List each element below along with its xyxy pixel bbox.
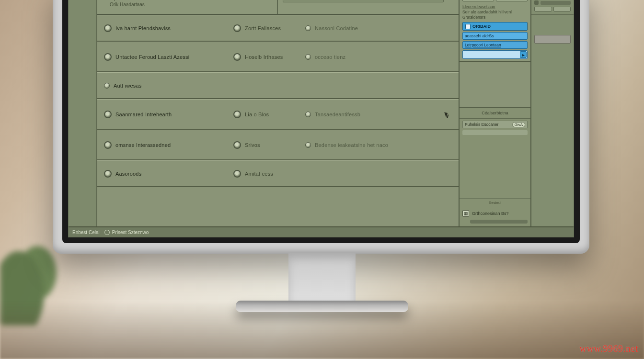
option-row[interactable]: Untactee Feroud Laszti Azessi Hoselb Irt… [97,42,459,72]
sidebar-desc-3: Gratsidensrs [462,15,528,20]
app-screen: Spiezeem Roodeeteachtriasen Orik Haadart… [68,0,574,237]
monitor-neck [288,253,356,305]
radio-icon[interactable] [104,111,112,118]
rail-pair [534,7,571,11]
rail-row-2[interactable] [534,0,571,5]
option-row[interactable]: Autt iwesas [97,72,459,99]
header-mid: PENOP CODE GERNARNEWERKS [278,0,459,14]
monitor-frame: Spiezeem Roodeeteachtriasen Orik Haadart… [53,0,589,254]
taskbar-item-label: Prisest Szteznwo [112,230,149,235]
sidebar-description: Ideoerrdeasetiaan Seir ale aarcladahit h… [462,4,528,20]
sidebar-gap [460,62,530,108]
sidebar-tiny-label: Sesieul [460,198,530,206]
rail-top: B [531,0,574,15]
globe-icon [104,230,110,235]
radio-icon[interactable] [104,141,112,149]
row-label-1: omsnse Interassedned [115,142,171,148]
sidebar-footer-bar [470,220,528,224]
rail-bar [540,1,571,5]
radio-icon[interactable] [305,112,311,117]
taskbar-left-label: Enbest Celal [72,230,100,235]
search-go-icon[interactable]: ▸ [520,51,527,58]
row-label-2: Srivos [245,142,260,148]
header-info-bar: PENOP CODE GERNARNEWERKS [283,0,444,2]
row-label-2: Zortt Fallasces [245,25,281,31]
radio-icon[interactable] [104,24,112,32]
sidebar: Head Beasasn Ideoerrdeasetiaan Seir ale … [459,0,530,226]
row-label-1: Autt iwesas [114,83,141,89]
radio-icon[interactable] [233,53,241,61]
footer-label: Grthconesinan Bs? [472,211,509,216]
sidebar-button-left[interactable]: Head [462,0,494,1]
radio-icon[interactable] [233,111,241,118]
radio-icon[interactable] [233,24,241,32]
rail-grey-button[interactable] [534,35,571,44]
page-icon: ▦ [462,210,469,217]
sidebar-caption: Céalserbiotna [460,108,530,119]
radio-icon[interactable] [305,25,311,31]
row-label-3: occeao tienz [315,54,345,60]
page-subtitle: Orik Haadartaas [104,2,272,7]
row-label-1: Saanmared Intrehearth [115,112,172,117]
sidebar-footer-item[interactable]: ▦ Grthconesinan Bs? [462,208,528,217]
row-label-3: Nassonl Codatine [315,25,358,31]
tab-icon [465,24,471,29]
sidebar-chip-2[interactable]: Letrpecori Leontaan [462,41,528,49]
strip-label: Puhelsis Esocaner [465,122,498,127]
right-rail: B [530,0,574,226]
taskbar-item[interactable]: Prisest Szteznwo [104,230,149,235]
main-panel: Spiezeem Roodeeteachtriasen Orik Haadart… [97,0,459,226]
row-label-1: Untactee Feroud Laszti Azessi [115,54,189,60]
option-row[interactable]: Saanmared Intrehearth Lia o Blos Tansaed… [97,99,459,130]
taskbar-left[interactable]: Enbest Celal [72,230,100,235]
sidebar-button-right[interactable]: Beasasn [496,0,528,1]
radio-icon[interactable] [104,83,110,89]
rows-list: Iva harnt Plendshaviss Zortt Fallasces N… [97,15,459,226]
option-row[interactable]: Aasoroods Amitat cess [97,160,459,187]
sidebar-line [462,130,528,135]
watermark-text: www.9969.net [580,343,638,354]
cursor-icon [444,111,449,117]
header-info-text: PENOP CODE GERNARNEWERKS [286,0,360,1]
row-label-1: Aasoroods [115,171,141,177]
sidebar-desc-1: Ideoerrdeasetiaan [462,4,528,10]
tab-label: ORIBAID [472,24,491,29]
left-gutter [69,0,97,226]
row-label-3: Bedense ieakeatsine het naco [315,142,388,148]
rail-mini-1[interactable] [534,7,552,11]
radio-icon[interactable] [233,141,241,149]
app-body: Spiezeem Roodeeteachtriasen Orik Haadart… [69,0,574,226]
rail-mini-2[interactable] [553,7,571,11]
taskbar: Enbest Celal Prisest Szteznwo [69,226,574,237]
square-icon [534,0,539,5]
row-label-3: Tansaedeantifessb [315,112,360,117]
radio-icon[interactable] [305,54,311,60]
option-row[interactable]: Iva harnt Plendshaviss Zortt Fallasces N… [97,15,459,42]
sidebar-active-tab[interactable]: ORIBAID [462,22,528,31]
radio-icon[interactable] [233,170,241,178]
strip-badge: GivA [512,122,525,127]
header-left: Spiezeem Roodeeteachtriasen Orik Haadart… [97,0,278,14]
sidebar-desc-2: Seir ale aarcladahit hililvenl [462,10,528,15]
foreground-blur [0,302,644,359]
header-row: Spiezeem Roodeeteachtriasen Orik Haadart… [97,0,459,15]
row-label-2: Hoselb Irthases [245,54,283,60]
monitor-bezel: Spiezeem Roodeeteachtriasen Orik Haadart… [62,0,580,243]
radio-icon[interactable] [305,142,311,148]
row-label-2: Amitat cess [245,171,273,177]
radio-icon[interactable] [104,53,112,61]
row-label-2: Lia o Blos [245,112,269,117]
row-label-1: Iva harnt Plendshaviss [115,25,171,31]
sidebar-search-input[interactable]: ▸ [462,50,528,59]
radio-icon[interactable] [104,170,112,178]
sidebar-top: Head Beasasn Ideoerrdeasetiaan Seir ale … [460,0,530,62]
option-row[interactable]: omsnse Interassedned Srivos Bedense ieak… [97,130,459,160]
sidebar-chip-1[interactable]: aeassehi aldrSs [462,32,528,40]
sidebar-strip[interactable]: Puhelsis Esocaner GivA [462,121,528,128]
page-title: Spiezeem Roodeeteachtriasen [104,0,272,1]
